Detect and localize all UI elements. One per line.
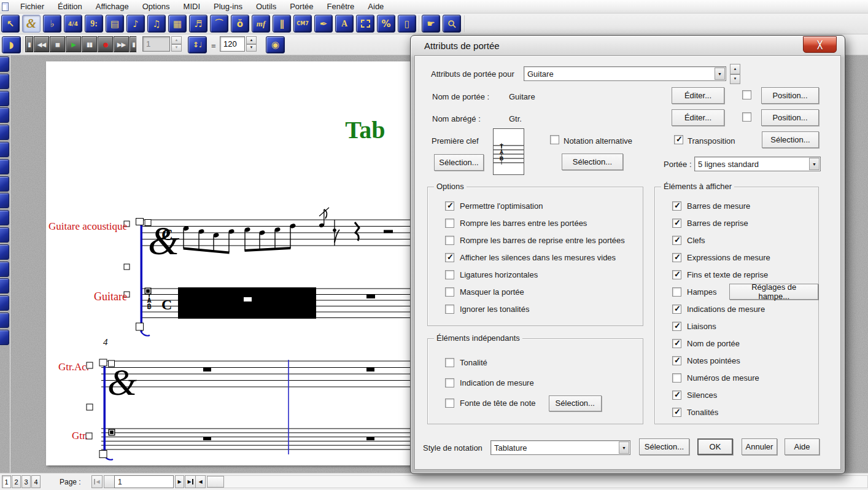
afficher-les-silences-dans-les-mesures-vides-checkbox[interactable] bbox=[445, 253, 454, 262]
side-palette-tool-16[interactable] bbox=[0, 313, 9, 328]
tempo-spinner[interactable]: ▲ ▼ bbox=[246, 36, 257, 52]
selection-tool-button[interactable]: ↖ bbox=[1, 15, 20, 33]
abbr-name-position-checkbox[interactable] bbox=[742, 112, 751, 122]
counter-down-button[interactable]: ▼ bbox=[171, 44, 182, 52]
silences-checkbox[interactable] bbox=[672, 391, 681, 400]
resize-tool-button[interactable]: % bbox=[377, 15, 395, 33]
side-palette-tool-5[interactable] bbox=[0, 125, 9, 140]
clef-preview[interactable]: T A B bbox=[493, 128, 524, 175]
clefs-checkbox[interactable] bbox=[672, 236, 681, 245]
simple-entry-tool-button[interactable]: ♪ bbox=[126, 15, 145, 33]
speedy-entry-tool-button[interactable]: ♫ bbox=[147, 15, 166, 33]
scroll-left-button[interactable]: ◀ bbox=[195, 475, 206, 488]
staff-name-gtr[interactable]: Gtr. bbox=[31, 430, 88, 442]
masquer-la-portee-checkbox[interactable] bbox=[445, 287, 454, 297]
notehead-font-selection-button[interactable]: Sélection... bbox=[549, 395, 602, 411]
side-palette-tool-10[interactable] bbox=[0, 210, 9, 225]
play-button[interactable]: ▶ bbox=[66, 36, 81, 52]
notation-style-selection-button[interactable]: Sélection... bbox=[639, 438, 689, 455]
system-selection-line[interactable] bbox=[104, 218, 289, 460]
menu-item-affichage[interactable]: Affichage bbox=[89, 1, 136, 12]
menu-item-fenetre[interactable]: Fenêtre bbox=[320, 1, 362, 12]
edit-full-name-button[interactable]: Éditer... bbox=[672, 87, 724, 104]
stem-settings-button[interactable]: Réglages de hampe... bbox=[729, 284, 818, 300]
menu-item-portee[interactable]: Portée bbox=[283, 1, 320, 12]
menu-item-edition[interactable]: Édition bbox=[51, 1, 89, 12]
selection-marquee-tool-button[interactable] bbox=[356, 15, 374, 33]
side-palette-tool-2[interactable] bbox=[0, 74, 9, 89]
side-palette-tool-1[interactable] bbox=[0, 56, 9, 72]
expressions-de-mesure-checkbox[interactable] bbox=[672, 253, 681, 262]
side-palette-tool-8[interactable] bbox=[0, 176, 9, 192]
chevron-down-icon[interactable]: ▼ bbox=[619, 441, 629, 454]
staff-select-spinner[interactable]: ▲ ▼ bbox=[730, 64, 740, 84]
page-2-button[interactable]: 2 bbox=[12, 475, 21, 488]
repeat-tool-button[interactable]: ∥ bbox=[273, 15, 291, 33]
staff-type-combobox[interactable]: 5 lignes standard ▼ bbox=[694, 157, 821, 171]
menu-item-options[interactable]: Options bbox=[136, 1, 177, 12]
tonalites-checkbox[interactable] bbox=[672, 408, 681, 417]
page-number-input[interactable]: 1 bbox=[114, 475, 174, 488]
menu-item-midi[interactable]: MIDI bbox=[177, 1, 207, 12]
hampes-checkbox[interactable] bbox=[672, 287, 681, 297]
full-name-position-checkbox[interactable] bbox=[742, 90, 751, 99]
ignorer-les-tonalites-checkbox[interactable] bbox=[445, 305, 454, 314]
indication-de-mesure-checkbox[interactable] bbox=[445, 378, 454, 387]
edit-abbr-name-button[interactable]: Éditer... bbox=[672, 109, 724, 126]
zoom-tool-button[interactable]: ⚲ bbox=[443, 15, 461, 33]
side-palette-tool-6[interactable] bbox=[0, 142, 9, 157]
side-palette-tool-4[interactable] bbox=[0, 107, 9, 123]
page-4-button[interactable]: 4 bbox=[31, 475, 41, 488]
smart-shape-tool-button[interactable]: ⌒ bbox=[210, 15, 228, 33]
staff-name-gtr-ac[interactable]: Gtr.Ac. bbox=[31, 361, 89, 373]
nom-de-portee-checkbox[interactable] bbox=[672, 339, 681, 348]
indications-de-mesure-checkbox[interactable] bbox=[672, 305, 681, 314]
side-palette-tool-3[interactable] bbox=[0, 91, 9, 106]
chord-tool-button[interactable]: CM7 bbox=[293, 15, 312, 33]
abbr-name-position-button[interactable]: Position... bbox=[761, 109, 819, 126]
help-button[interactable]: Aide bbox=[785, 438, 820, 455]
app-icon[interactable] bbox=[2, 2, 9, 11]
hyperscribe-tool-button[interactable]: ▦ bbox=[168, 15, 187, 33]
alternate-notation-checkbox[interactable] bbox=[550, 135, 559, 144]
counter-up-button[interactable]: ▲ bbox=[171, 36, 182, 44]
lyrics-tool-button[interactable]: ✒ bbox=[314, 15, 333, 33]
fast-forward-button[interactable]: ▶▶ bbox=[114, 36, 129, 52]
stop-button[interactable]: ◼ bbox=[50, 36, 65, 52]
rewind-button[interactable]: ◀◀ bbox=[34, 36, 49, 52]
rompre-les-barres-entre-les-portees-checkbox[interactable] bbox=[445, 219, 454, 228]
first-clef-selection-button[interactable]: Sélection... bbox=[434, 154, 484, 171]
record-button[interactable]: ● bbox=[98, 36, 113, 52]
speaker-button[interactable]: ◉ bbox=[266, 36, 285, 53]
side-palette-tool-17[interactable] bbox=[0, 330, 9, 345]
ok-button[interactable]: OK bbox=[697, 438, 733, 455]
hand-grabber-tool-button[interactable]: ☛ bbox=[422, 15, 440, 33]
tonalite-checkbox[interactable] bbox=[445, 358, 454, 367]
next-page-button[interactable]: ▶ bbox=[175, 475, 184, 488]
tuplet-tool-button[interactable]: ♬ bbox=[189, 15, 207, 33]
fins-et-texte-de-reprise-checkbox[interactable] bbox=[672, 270, 681, 279]
tempo-up-button[interactable]: ▲ bbox=[246, 36, 257, 44]
staff-select-combobox[interactable]: Guitare ▼ bbox=[524, 66, 726, 81]
chevron-down-icon[interactable]: ▼ bbox=[809, 158, 820, 170]
numeros-de-mesure-checkbox[interactable] bbox=[672, 373, 681, 383]
staff-tool-button[interactable]: & bbox=[22, 15, 41, 33]
to-start-button[interactable]: ▮ bbox=[25, 36, 33, 52]
staff-down-button[interactable]: ▼ bbox=[730, 74, 740, 85]
measure-tool-button[interactable]: ▤ bbox=[106, 15, 124, 33]
barres-de-reprise-checkbox[interactable] bbox=[672, 219, 681, 228]
side-palette-tool-11[interactable] bbox=[0, 227, 9, 243]
articulation-tool-button[interactable]: ŏ bbox=[231, 15, 249, 33]
text-tool-button[interactable]: A bbox=[335, 15, 354, 33]
last-page-button[interactable]: ▶ bbox=[185, 475, 196, 488]
transposition-checkbox[interactable] bbox=[674, 135, 683, 144]
menu-item-aide[interactable]: Aide bbox=[361, 1, 390, 12]
full-name-position-button[interactable]: Position... bbox=[761, 87, 819, 104]
transposition-selection-button[interactable]: Sélection... bbox=[762, 131, 819, 148]
scrollbar-thumb[interactable] bbox=[207, 476, 224, 488]
playback-settings-button[interactable]: ◗ bbox=[2, 36, 21, 53]
barres-de-mesure-checkbox[interactable] bbox=[672, 201, 681, 211]
side-palette-tool-15[interactable] bbox=[0, 295, 9, 311]
tempo-field[interactable]: 120 bbox=[220, 36, 245, 52]
expression-tool-button[interactable]: mf bbox=[252, 15, 270, 33]
